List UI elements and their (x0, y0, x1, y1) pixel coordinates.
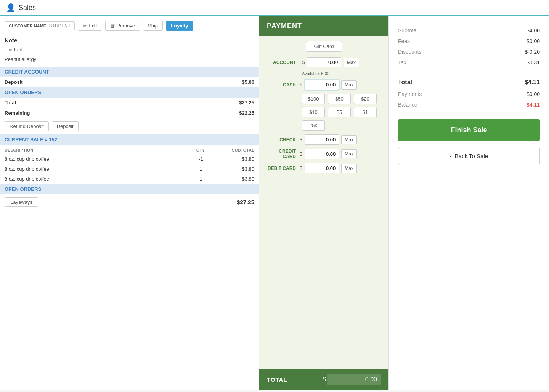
summary-balance-row: Balance $4.11 (398, 99, 540, 110)
gift-card-button[interactable]: Gift Card (306, 41, 342, 52)
cash-quick-buttons: $100$50$20$10$5$125¢ (265, 94, 382, 131)
cash-quick-amount-button[interactable]: $50 (328, 94, 351, 104)
summary-tax-row: Tax $0.31 (398, 57, 540, 68)
tax-value: $0.31 (527, 59, 540, 66)
debit-card-input[interactable] (305, 163, 339, 173)
deposit-label: Deposit (5, 79, 23, 85)
account-row: ACCOUNT $ Max (265, 57, 382, 67)
gift-card-row: Gift Card (265, 41, 382, 52)
sale-items-list: 8 oz. cup drip coffee -1 $3.80 8 oz. cup… (5, 154, 254, 184)
table-row: 8 oz. cup drip coffee -1 $3.80 (5, 154, 254, 164)
summary-fees-row: Fees $0.00 (398, 36, 540, 46)
table-row: 8 oz. cup drip coffee 1 $3.80 (5, 174, 254, 184)
item-description: 8 oz. cup drip coffee (5, 176, 186, 182)
customer-name-tag: CUSTOMER NAME STUDENT (5, 21, 75, 30)
account-label: ACCOUNT (265, 60, 300, 65)
customer-name-label: CUSTOMER NAME (9, 24, 46, 28)
cash-currency: $ (300, 82, 302, 88)
payment-header: PAYMENT (259, 16, 388, 36)
total-label: Total (398, 79, 412, 86)
payment-total-currency: $ (323, 376, 326, 383)
account-max-button[interactable]: Max (344, 58, 359, 67)
note-edit-button[interactable]: ✏ Edit (5, 46, 26, 54)
note-text: Peanut allergy (5, 56, 254, 62)
fees-value: $0.00 (527, 38, 540, 44)
cash-input[interactable] (305, 80, 339, 90)
total-label: Total (5, 100, 16, 106)
debit-card-max-button[interactable]: Max (341, 164, 357, 173)
item-subtotal: $3.80 (216, 166, 254, 172)
note-heading: Note (5, 37, 254, 43)
check-row: CHECK $ Max (265, 134, 382, 145)
deposit-value: $5.00 (242, 79, 254, 85)
top-bar: 👤 Sales (0, 0, 549, 16)
item-qty: -1 (186, 156, 216, 162)
summary-discounts-row: Discounts $-0.20 (398, 46, 540, 57)
cash-quick-amount-button[interactable]: $20 (354, 94, 377, 104)
current-sale-header: CURRENT SALE # 152 (0, 134, 259, 145)
item-subtotal: $3.80 (216, 176, 254, 182)
loyalty-button[interactable]: Loyalty (166, 21, 193, 31)
check-max-button[interactable]: Max (341, 135, 357, 144)
total-value: $27.25 (239, 100, 254, 106)
back-to-sale-button[interactable]: ‹ Back To Sale (398, 147, 540, 165)
deposit-button[interactable]: Deposit (52, 121, 79, 131)
cash-quick-amount-button[interactable]: 25¢ (302, 120, 325, 131)
cash-quick-amount-button[interactable]: $5 (328, 107, 351, 117)
item-qty: 1 (186, 166, 216, 172)
customer-name-value: STUDENT (49, 23, 71, 29)
cash-max-button[interactable]: Max (341, 80, 357, 90)
check-currency: $ (300, 137, 302, 142)
check-input[interactable] (305, 134, 339, 145)
current-sale-table-header: DESCRIPTION QTY. SUBTOTAL (5, 145, 254, 154)
balance-value: $4.11 (527, 102, 540, 108)
open-orders-footer-total: Layaways $27.25 (5, 194, 254, 210)
remaining-label: Remaining (5, 110, 30, 116)
open-orders-remaining-row: Remaining $22.25 (5, 108, 254, 118)
back-chevron-icon: ‹ (450, 153, 452, 159)
ship-button[interactable]: Ship (143, 21, 163, 31)
cash-quick-amount-button[interactable]: $10 (302, 107, 325, 117)
sales-icon: 👤 (6, 3, 16, 12)
main-layout: CUSTOMER NAME STUDENT ✏ Edit 🗑 Remove Sh… (0, 16, 549, 390)
summary-total-row: Total $4.11 (398, 76, 540, 89)
summary-payments-row: Payments $0.00 (398, 89, 540, 99)
edit-customer-button[interactable]: ✏ Edit (78, 21, 102, 31)
open-orders-footer-total-value: $27.25 (237, 199, 254, 205)
discounts-label: Discounts (398, 49, 421, 55)
payment-panel: PAYMENT Gift Card ACCOUNT $ Max Availabl… (259, 16, 389, 390)
table-row: 8 oz. cup drip coffee 1 $3.80 (5, 164, 254, 174)
account-input[interactable] (307, 57, 341, 67)
remaining-value: $22.25 (239, 110, 254, 116)
remove-customer-button[interactable]: 🗑 Remove (105, 21, 140, 31)
refund-deposit-button[interactable]: Refund Deposit (5, 121, 49, 131)
cash-quick-amount-button[interactable]: $100 (302, 94, 325, 104)
note-section: Note ✏ Edit Peanut allergy (5, 37, 254, 62)
payment-total-input[interactable] (327, 374, 381, 385)
credit-card-label: CREDIT CARD (265, 149, 300, 159)
credit-card-currency: $ (300, 151, 302, 157)
pencil-icon: ✏ (83, 23, 87, 29)
summary-subtotal-row: Subtotal $4.00 (398, 25, 540, 36)
open-orders-footer-header: OPEN ORDERS (0, 184, 259, 194)
col-description-header: DESCRIPTION (5, 148, 186, 152)
layaways-button[interactable]: Layaways (5, 197, 38, 207)
left-panel: CUSTOMER NAME STUDENT ✏ Edit 🗑 Remove Sh… (0, 16, 259, 390)
item-qty: 1 (186, 176, 216, 182)
open-orders-actions: Refund Deposit Deposit (5, 118, 254, 134)
credit-card-max-button[interactable]: Max (341, 149, 357, 158)
payment-total-label: TOTAL (267, 376, 323, 383)
cash-quick-amount-button[interactable]: $1 (354, 107, 377, 117)
open-orders-total-row: Total $27.25 (5, 98, 254, 108)
payments-label: Payments (398, 91, 422, 97)
payments-value: $0.00 (527, 91, 540, 97)
credit-card-input[interactable] (305, 149, 339, 159)
fees-label: Fees (398, 38, 410, 44)
debit-card-currency: $ (300, 165, 302, 171)
item-description: 8 oz. cup drip coffee (5, 166, 186, 172)
col-subtotal-header: SUBTOTAL (216, 148, 254, 152)
summary-divider (398, 72, 540, 72)
discounts-value: $-0.20 (525, 49, 540, 55)
finish-sale-button[interactable]: Finish Sale (398, 119, 540, 141)
payment-body: Gift Card ACCOUNT $ Max Available: 5.00 … (259, 36, 388, 369)
